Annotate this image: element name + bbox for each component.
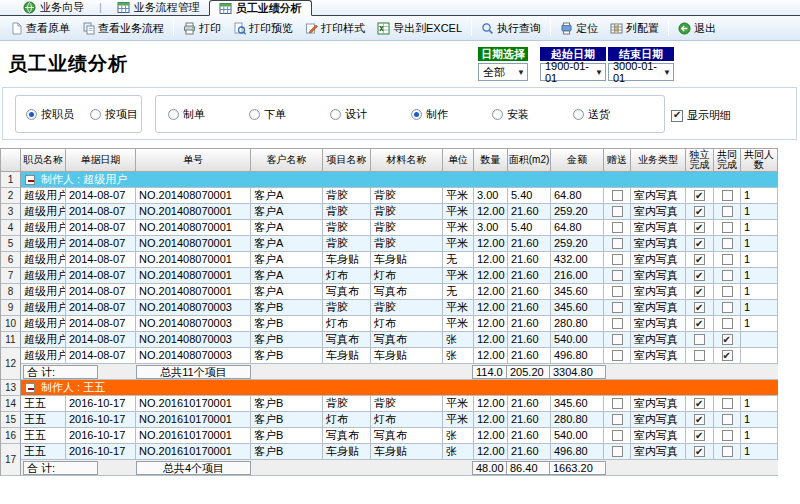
table-row[interactable]: 4超级用户2014-08-07NO.201408070001客户A背胶背胶平米3… — [1, 220, 778, 236]
show-detail-checkbox[interactable]: 显示明细 — [671, 108, 731, 123]
group-row[interactable]: 13制作人 : 王五 — [1, 380, 778, 396]
independent-checkbox[interactable] — [694, 286, 705, 297]
joint-checkbox[interactable] — [722, 222, 733, 233]
column-header[interactable]: 共同人数 — [741, 148, 778, 172]
independent-checkbox[interactable] — [694, 446, 705, 457]
gift-checkbox[interactable] — [612, 430, 623, 441]
collapse-icon[interactable] — [25, 383, 35, 393]
table-row[interactable]: 17王五2016-10-17NO.201610170001客户B车身贴车身贴张1… — [1, 444, 778, 476]
exit-button[interactable]: 退出 — [672, 18, 722, 39]
gift-checkbox[interactable] — [612, 238, 623, 249]
gift-checkbox[interactable] — [612, 254, 623, 265]
documents-button[interactable]: 查看业务流程 — [76, 18, 170, 39]
joint-checkbox[interactable] — [722, 430, 733, 441]
end-date-dropdown[interactable]: 3000-01-01 ▼ — [608, 63, 674, 81]
role-radio-3[interactable]: 设计 — [330, 107, 411, 122]
group-by-radio-2[interactable]: 按项目 — [90, 107, 138, 122]
excel-button[interactable]: 导出到EXCEL — [371, 18, 468, 39]
independent-checkbox[interactable] — [694, 206, 705, 217]
group-by-radio-1[interactable]: 按职员 — [26, 107, 74, 122]
role-radio-4[interactable]: 制作 — [411, 107, 492, 122]
gift-checkbox[interactable] — [612, 398, 623, 409]
independent-checkbox[interactable] — [694, 414, 705, 425]
column-header[interactable]: 数量 — [474, 148, 508, 172]
independent-checkbox[interactable] — [694, 254, 705, 265]
joint-checkbox[interactable] — [722, 446, 733, 457]
table-row[interactable]: 8超级用户2014-08-07NO.201408070001客户A写真布写真布无… — [1, 284, 778, 300]
gift-checkbox[interactable] — [612, 206, 623, 217]
role-radio-2[interactable]: 下单 — [249, 107, 330, 122]
document-button[interactable]: 查看原单 — [4, 18, 76, 39]
independent-checkbox[interactable] — [694, 222, 705, 233]
independent-checkbox[interactable] — [694, 302, 705, 313]
search-button[interactable]: 执行查询 — [475, 18, 547, 39]
column-header[interactable]: 金额 — [551, 148, 604, 172]
printer-button[interactable]: 打印 — [177, 18, 227, 39]
column-header[interactable]: 业务类型 — [631, 148, 686, 172]
tab-2[interactable]: 业务流程管理 — [108, 0, 209, 15]
column-header[interactable]: 单位 — [443, 148, 474, 172]
joint-checkbox[interactable] — [722, 398, 733, 409]
independent-checkbox[interactable] — [694, 238, 705, 249]
joint-checkbox[interactable] — [722, 286, 733, 297]
gift-checkbox[interactable] — [612, 318, 623, 329]
joint-checkbox[interactable] — [722, 190, 733, 201]
column-header[interactable]: 职员名称 — [21, 148, 66, 172]
joint-checkbox[interactable] — [722, 254, 733, 265]
joint-checkbox[interactable] — [722, 318, 733, 329]
role-radio-1[interactable]: 制单 — [168, 107, 249, 122]
table-row[interactable]: 9超级用户2014-08-07NO.201408070003客户B背胶背胶平米1… — [1, 300, 778, 316]
gift-checkbox[interactable] — [612, 286, 623, 297]
role-radio-6[interactable]: 送货 — [573, 107, 654, 122]
column-header[interactable]: 赠送 — [604, 148, 631, 172]
table-row[interactable]: 14王五2016-10-17NO.201610170001客户B背胶背胶平米12… — [1, 396, 778, 412]
gift-checkbox[interactable] — [612, 350, 623, 361]
gift-checkbox[interactable] — [612, 222, 623, 233]
independent-checkbox[interactable] — [694, 430, 705, 441]
joint-checkbox[interactable] — [722, 350, 733, 361]
joint-checkbox[interactable] — [722, 334, 733, 345]
print-preview-button[interactable]: 打印预览 — [227, 18, 299, 39]
gift-checkbox[interactable] — [612, 270, 623, 281]
table-row[interactable]: 5超级用户2014-08-07NO.201408070001客户A背胶背胶平米1… — [1, 236, 778, 252]
gift-checkbox[interactable] — [612, 414, 623, 425]
table-row[interactable]: 12超级用户2014-08-07NO.201408070003客户B车身贴车身贴… — [1, 348, 778, 380]
independent-checkbox[interactable] — [694, 350, 705, 361]
print-style-button[interactable]: 打印样式 — [299, 18, 371, 39]
joint-checkbox[interactable] — [722, 206, 733, 217]
independent-checkbox[interactable] — [694, 270, 705, 281]
start-date-dropdown[interactable]: 1900-01-01 ▼ — [540, 63, 606, 81]
table-row[interactable]: 15王五2016-10-17NO.201610170001客户B灯布灯布平米12… — [1, 412, 778, 428]
independent-checkbox[interactable] — [694, 334, 705, 345]
gift-checkbox[interactable] — [612, 302, 623, 313]
table-row[interactable]: 10超级用户2014-08-07NO.201408070003客户B灯布灯布平米… — [1, 316, 778, 332]
column-header[interactable]: 独立完成 — [686, 148, 714, 172]
joint-checkbox[interactable] — [722, 414, 733, 425]
column-header[interactable]: 单号 — [136, 148, 251, 172]
joint-checkbox[interactable] — [722, 270, 733, 281]
joint-checkbox[interactable] — [722, 238, 733, 249]
column-header[interactable]: 面积(m2) — [508, 148, 551, 172]
independent-checkbox[interactable] — [694, 190, 705, 201]
gift-checkbox[interactable] — [612, 190, 623, 201]
column-header[interactable]: 材料名称 — [371, 148, 443, 172]
table-row[interactable]: 16王五2016-10-17NO.201610170001客户B写真布写真布张1… — [1, 428, 778, 444]
table-row[interactable]: 3超级用户2014-08-07NO.201408070001客户A背胶背胶平米1… — [1, 204, 778, 220]
table-row[interactable]: 11超级用户2014-08-07NO.201408070003客户B写真布写真布… — [1, 332, 778, 348]
column-header[interactable]: 单据日期 — [66, 148, 136, 172]
independent-checkbox[interactable] — [694, 398, 705, 409]
column-header[interactable]: 共同完成 — [714, 148, 741, 172]
table-row[interactable]: 2超级用户2014-08-07NO.201408070001客户A背胶背胶平米3… — [1, 188, 778, 204]
locate-button[interactable]: 定位 — [554, 18, 604, 39]
date-select-dropdown[interactable]: 全部 ▼ — [478, 63, 528, 81]
joint-checkbox[interactable] — [722, 302, 733, 313]
independent-checkbox[interactable] — [694, 318, 705, 329]
tab-3[interactable]: 员工业绩分析 — [209, 0, 312, 16]
collapse-icon[interactable] — [25, 175, 35, 185]
table-row[interactable]: 7超级用户2014-08-07NO.201408070001客户A灯布灯布平米1… — [1, 268, 778, 284]
table-row[interactable]: 6超级用户2014-08-07NO.201408070001客户A车身贴车身贴无… — [1, 252, 778, 268]
column-header[interactable]: 客户名称 — [251, 148, 323, 172]
columns-button[interactable]: 列配置 — [604, 18, 665, 39]
gift-checkbox[interactable] — [612, 334, 623, 345]
group-row[interactable]: 1制作人 : 超级用户 — [1, 172, 778, 188]
